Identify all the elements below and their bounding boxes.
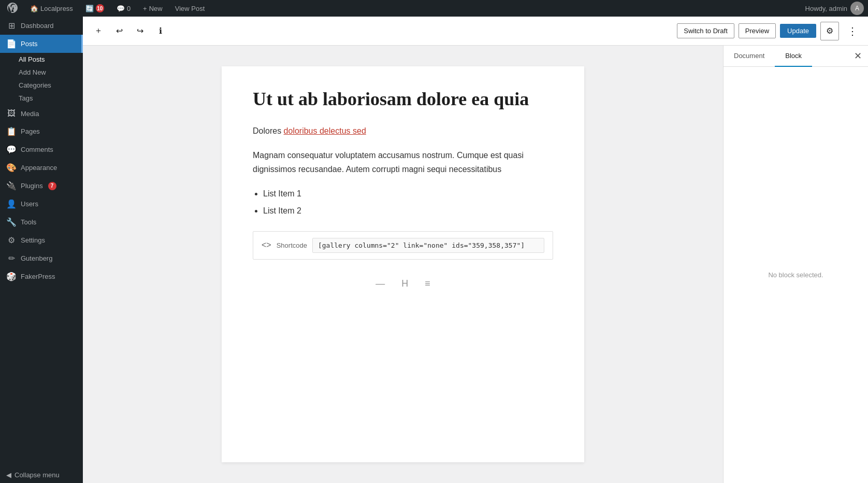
sidebar-item-dashboard[interactable]: ⊞ Dashboard: [0, 17, 83, 35]
sidebar-label-appearance: Appearance: [21, 164, 57, 172]
sidebar-label-pages: Pages: [21, 127, 40, 135]
wp-logo-icon: [7, 3, 18, 15]
toolbar-right: Switch to Draft Preview Update ⚙ ⋮: [677, 22, 862, 40]
wp-logo-btn[interactable]: [4, 0, 21, 17]
sidebar-label-tools: Tools: [21, 218, 36, 226]
post-list[interactable]: List Item 1 List Item 2: [263, 187, 553, 219]
sidebar-item-pages[interactable]: 📋 Pages: [0, 122, 83, 140]
editor-toolbar: ＋ ↩ ↪ ℹ Switch to Draft Preview Update ⚙…: [83, 17, 868, 46]
sidebar-item-comments[interactable]: 💬 Comments: [0, 140, 83, 159]
new-label: New: [149, 5, 163, 12]
ellipsis-icon: ⋮: [847, 25, 858, 37]
tab-document[interactable]: Document: [724, 46, 775, 67]
sidebar-item-appearance[interactable]: 🎨 Appearance: [0, 159, 83, 177]
tab-block[interactable]: Block: [775, 46, 812, 67]
right-panel: Document Block ✕ No block selected.: [723, 46, 868, 483]
sidebar-subitem-add-new[interactable]: Add New: [0, 66, 83, 79]
sidebar-item-users[interactable]: 👤 Users: [0, 195, 83, 213]
view-post-label: View Post: [175, 5, 205, 12]
redo-btn[interactable]: ↪: [131, 22, 149, 40]
post-title[interactable]: Ut ut ab laboriosam dolore ea quia: [253, 87, 553, 111]
undo-btn[interactable]: ↩: [110, 22, 128, 40]
shortcode-input[interactable]: [312, 238, 544, 253]
appearance-icon: 🎨: [6, 163, 17, 173]
new-btn[interactable]: + New: [140, 0, 166, 17]
info-icon: ℹ: [159, 26, 162, 36]
plugins-icon: 🔌: [6, 181, 17, 191]
insert-list-btn[interactable]: ≡: [421, 276, 435, 291]
heading-icon: H: [401, 278, 408, 289]
list-icon: ≡: [425, 278, 430, 289]
block-inserter-bar: — H ≡: [253, 270, 553, 297]
collapse-icon: ◀: [6, 471, 11, 479]
sidebar-subitem-all-posts[interactable]: All Posts: [0, 53, 83, 66]
sidebar-label-posts: Posts: [21, 40, 38, 48]
editor-canvas[interactable]: Ut ut ab laboriosam dolore ea quia Dolor…: [83, 46, 723, 483]
admin-bar-right: Howdy, admin A: [805, 2, 864, 15]
comments-btn[interactable]: 💬 0: [113, 0, 134, 17]
tab-block-label: Block: [785, 52, 802, 60]
collapse-label: Collapse menu: [15, 471, 60, 479]
comment-count: 0: [127, 5, 131, 12]
sidebar-label-users: Users: [21, 200, 38, 208]
info-btn[interactable]: ℹ: [151, 22, 170, 40]
insert-separator-btn[interactable]: —: [371, 276, 389, 291]
site-name-btn[interactable]: 🏠 Localpress: [27, 0, 76, 17]
dashboard-icon: ⊞: [6, 21, 17, 31]
admin-bar: 🏠 Localpress 🔄 10 💬 0 + New View Post Ho…: [0, 0, 868, 17]
plus-block-icon: ＋: [94, 25, 103, 36]
sidebar-label-gutenberg: Gutenberg: [21, 254, 52, 262]
panel-close-button[interactable]: ✕: [848, 46, 868, 66]
sidebar-label-media: Media: [21, 110, 39, 118]
paragraph-1-link[interactable]: doloribus delectus sed: [284, 126, 366, 135]
sidebar-item-fakerpress[interactable]: 🎲 FakerPress: [0, 267, 83, 286]
close-icon: ✕: [854, 51, 862, 61]
sidebar: ⊞ Dashboard 📄 Posts All Posts Add New Ca…: [0, 17, 83, 483]
sidebar-item-settings[interactable]: ⚙ Settings: [0, 231, 83, 249]
paragraph-1[interactable]: Dolores doloribus delectus sed: [253, 124, 553, 138]
sidebar-label-settings: Settings: [21, 236, 45, 244]
sidebar-subitem-categories[interactable]: Categories: [0, 79, 83, 92]
editor-wrapper: ＋ ↩ ↪ ℹ Switch to Draft Preview Update ⚙…: [83, 17, 868, 483]
home-icon: 🏠: [30, 5, 38, 12]
tab-document-label: Document: [734, 52, 764, 60]
shortcode-brackets-icon: <>: [262, 240, 271, 250]
sidebar-label-comments: Comments: [21, 146, 53, 153]
redo-icon: ↪: [137, 26, 143, 36]
view-post-btn[interactable]: View Post: [172, 0, 208, 17]
list-item: List Item 2: [263, 204, 553, 219]
fakerpress-icon: 🎲: [6, 272, 17, 281]
sidebar-subitem-tags[interactable]: Tags: [0, 92, 83, 105]
more-options-btn[interactable]: ⋮: [843, 22, 862, 40]
collapse-menu-btn[interactable]: ◀ Collapse menu: [0, 467, 83, 483]
sidebar-bottom: ◀ Collapse menu: [0, 467, 83, 483]
sidebar-item-gutenberg[interactable]: ✏ Gutenberg: [0, 249, 83, 267]
sidebar-item-tools[interactable]: 🔧 Tools: [0, 213, 83, 231]
shortcode-label: Shortcode: [277, 242, 307, 249]
switch-to-draft-button[interactable]: Switch to Draft: [677, 23, 734, 38]
shortcode-block[interactable]: <> Shortcode: [253, 231, 553, 260]
sidebar-item-posts[interactable]: 📄 Posts: [0, 35, 83, 53]
update-button[interactable]: Update: [780, 24, 816, 38]
panel-body: No block selected.: [724, 67, 868, 483]
settings-icon: ⚙: [6, 235, 17, 245]
sidebar-label-dashboard: Dashboard: [21, 22, 54, 30]
updates-btn[interactable]: 🔄 10: [82, 0, 107, 17]
comments-icon: 💬: [117, 5, 125, 12]
howdy-text: Howdy, admin A: [805, 2, 864, 15]
sidebar-item-plugins[interactable]: 🔌 Plugins 7: [0, 177, 83, 195]
sidebar-label-fakerpress: FakerPress: [21, 273, 55, 280]
insert-heading-btn[interactable]: H: [397, 276, 412, 291]
comments-nav-icon: 💬: [6, 145, 17, 154]
paragraph-1-text: Dolores: [253, 126, 284, 135]
sidebar-item-media[interactable]: 🖼 Media: [0, 105, 83, 122]
settings-panel-btn[interactable]: ⚙: [820, 22, 839, 40]
plus-icon: +: [143, 5, 147, 12]
media-icon: 🖼: [6, 109, 17, 118]
preview-button[interactable]: Preview: [739, 23, 776, 38]
add-block-btn[interactable]: ＋: [89, 22, 108, 40]
updates-badge: 10: [96, 4, 104, 12]
paragraph-2[interactable]: Magnam consequatur voluptatem accusamus …: [253, 148, 553, 176]
updates-icon: 🔄: [85, 5, 94, 12]
sidebar-label-plugins: Plugins: [21, 182, 43, 190]
